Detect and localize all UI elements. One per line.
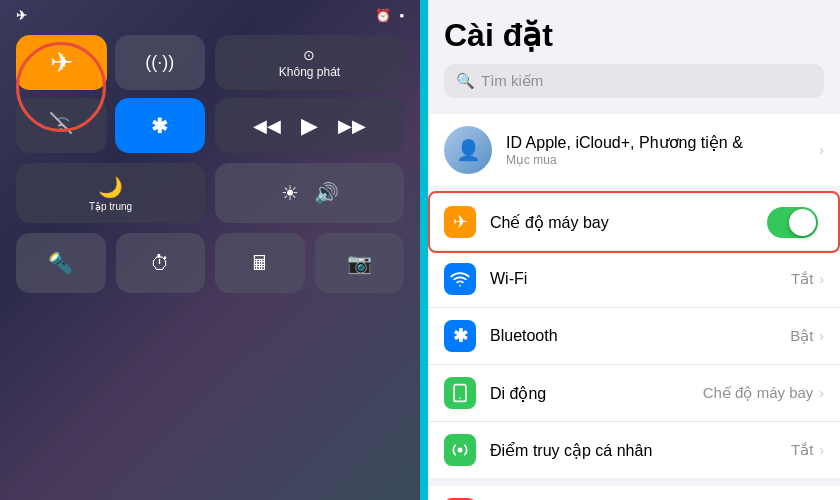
wifi-label: Wi-Fi	[490, 270, 791, 288]
forward-button[interactable]: ▶▶	[338, 115, 366, 137]
search-placeholder: Tìm kiếm	[481, 72, 543, 90]
wifi-value: Tắt	[791, 270, 813, 288]
hotspot-label: Điểm truy cập cá nhân	[490, 441, 791, 460]
status-bar: ✈ ⏰ ▪	[0, 0, 420, 27]
airplane-tile-icon: ✈	[50, 46, 73, 79]
camera-icon: 📷	[347, 251, 372, 275]
wifi-chevron: ›	[819, 271, 824, 287]
play-button[interactable]: ▶	[301, 113, 318, 139]
flashlight-icon: 🔦	[48, 251, 73, 275]
settings-list: 👤 ID Apple, iCloud+, Phương tiện & Mục m…	[428, 106, 840, 500]
brightness-volume-tile: ☀ 🔊	[215, 163, 404, 223]
brightness-icon: ☀	[281, 181, 299, 205]
flashlight-tile[interactable]: 🔦	[16, 233, 106, 293]
svg-point-2	[458, 448, 463, 453]
settings-title: Cài đặt	[444, 16, 824, 54]
hotspot-value: Tắt	[791, 441, 813, 459]
panel-divider	[420, 0, 428, 500]
focus-label: Tập trung	[89, 201, 132, 212]
bluetooth-value: Bật	[790, 327, 813, 345]
bluetooth-row[interactable]: ✱ Bluetooth Bật ›	[428, 308, 840, 365]
media-controls-tile[interactable]: ◀◀ ▶ ▶▶	[215, 98, 404, 153]
wifi-off-icon	[49, 111, 73, 140]
timer-icon: ⏱	[150, 252, 170, 275]
hotspot-icon	[444, 434, 476, 466]
settings-header: Cài đặt 🔍 Tìm kiếm	[428, 0, 840, 106]
timer-tile[interactable]: ⏱	[116, 233, 206, 293]
bluetooth-chevron: ›	[819, 328, 824, 344]
apple-id-chevron: ›	[819, 142, 824, 158]
airplay-icon: ⊙	[303, 47, 315, 63]
airplane-mode-toggle[interactable]	[767, 207, 818, 238]
connectivity-section: ✈ Chế độ máy bay Wi-Fi Tắt	[428, 194, 840, 478]
calculator-icon: 🖩	[250, 252, 270, 275]
wifi-text: Wi-Fi	[490, 270, 791, 288]
airplane-mode-tile[interactable]: ✈	[16, 35, 107, 90]
di-dong-row[interactable]: Di động Chế độ máy bay ›	[428, 365, 840, 422]
camera-tile[interactable]: 📷	[315, 233, 405, 293]
bluetooth-tile[interactable]: ✱	[115, 98, 206, 153]
airplane-mode-row[interactable]: ✈ Chế độ máy bay	[428, 194, 840, 251]
signal-tile[interactable]: ((·))	[115, 35, 206, 90]
hotspot-chevron: ›	[819, 442, 824, 458]
wifi-tile[interactable]	[16, 98, 107, 153]
apple-id-row[interactable]: 👤 ID Apple, iCloud+, Phương tiện & Mục m…	[428, 114, 840, 186]
notifications-section: 🔔 Thông báo ›	[428, 486, 840, 500]
hotspot-text: Điểm truy cập cá nhân	[490, 441, 791, 460]
airplane-mode-label: Chế độ máy bay	[490, 213, 767, 232]
bluetooth-icon: ✱	[151, 114, 168, 138]
di-dong-icon	[444, 377, 476, 409]
apple-id-section: 👤 ID Apple, iCloud+, Phương tiện & Mục m…	[428, 114, 840, 186]
di-dong-text: Di động	[490, 384, 703, 403]
di-dong-label: Di động	[490, 384, 703, 403]
hotspot-row[interactable]: Điểm truy cập cá nhân Tắt ›	[428, 422, 840, 478]
wifi-row[interactable]: Wi-Fi Tắt ›	[428, 251, 840, 308]
toggle-knob	[789, 209, 816, 236]
di-dong-value: Chế độ máy bay	[703, 384, 814, 402]
di-dong-chevron: ›	[819, 385, 824, 401]
moon-icon: 🌙	[98, 175, 123, 199]
apple-id-line1: ID Apple, iCloud+, Phương tiện &	[506, 133, 819, 152]
wifi-icon	[444, 263, 476, 295]
airplane-mode-text: Chế độ máy bay	[490, 213, 767, 232]
apple-id-avatar: 👤	[444, 126, 492, 174]
bluetooth-label: Bluetooth	[490, 327, 790, 345]
apple-id-line2: Mục mua	[506, 153, 819, 167]
svg-rect-0	[454, 385, 466, 402]
bluetooth-text: Bluetooth	[490, 327, 790, 345]
settings-panel: Cài đặt 🔍 Tìm kiếm 👤 ID Apple, iCloud+, …	[428, 0, 840, 500]
airplane-status-icon: ✈	[16, 8, 27, 23]
control-center-panel: ✈ ⏰ ▪ ✈ ((·))	[0, 0, 420, 500]
search-bar[interactable]: 🔍 Tìm kiếm	[444, 64, 824, 98]
bluetooth-settings-icon: ✱	[444, 320, 476, 352]
battery-icon: ▪	[399, 8, 404, 23]
search-icon: 🔍	[456, 72, 475, 90]
now-playing-tile[interactable]: ⊙ Không phát	[215, 35, 404, 90]
apple-id-text: ID Apple, iCloud+, Phương tiện & Mục mua	[506, 133, 819, 167]
focus-tile[interactable]: 🌙 Tập trung	[16, 163, 205, 223]
not-playing-label: Không phát	[279, 65, 340, 79]
notifications-row[interactable]: 🔔 Thông báo ›	[428, 486, 840, 500]
signal-icon: ((·))	[145, 52, 174, 73]
calculator-tile[interactable]: 🖩	[215, 233, 305, 293]
airplane-mode-icon: ✈	[444, 206, 476, 238]
rewind-button[interactable]: ◀◀	[253, 115, 281, 137]
alarm-icon: ⏰	[375, 8, 391, 23]
volume-icon: 🔊	[314, 181, 339, 205]
